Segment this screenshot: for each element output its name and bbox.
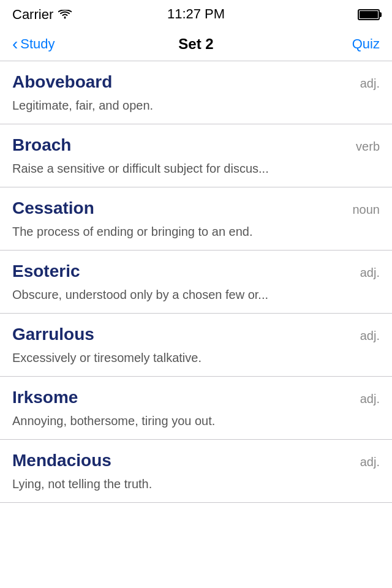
status-time: 11:27 PM: [167, 6, 225, 22]
word-part-of-speech: noun: [353, 203, 380, 217]
word-term: Aboveboard: [12, 72, 112, 92]
word-header: Cessation noun: [12, 198, 380, 218]
status-bar: Carrier 11:27 PM: [0, 0, 392, 27]
battery-indicator: [358, 9, 380, 20]
word-header: Aboveboard adj.: [12, 72, 380, 92]
word-header: Broach verb: [12, 135, 380, 155]
word-definition: Legitimate, fair, and open.: [12, 97, 380, 114]
word-header: Mendacious adj.: [12, 451, 380, 470]
word-term: Cessation: [12, 198, 94, 218]
carrier-text: Carrier: [12, 7, 72, 23]
word-part-of-speech: adj.: [360, 329, 380, 343]
word-part-of-speech: adj.: [360, 455, 380, 469]
word-header: Irksome adj.: [12, 388, 380, 407]
word-item[interactable]: Esoteric adj. Obscure, understood only b…: [0, 251, 392, 314]
word-item[interactable]: Cessation noun The process of ending or …: [0, 187, 392, 251]
word-part-of-speech: adj.: [360, 77, 380, 91]
nav-title: Set 2: [178, 36, 213, 53]
chevron-left-icon: ‹: [12, 36, 18, 53]
word-item[interactable]: Aboveboard adj. Legitimate, fair, and op…: [0, 61, 392, 124]
back-label: Study: [20, 36, 55, 52]
word-item[interactable]: Garrulous adj. Excessively or tiresomely…: [0, 314, 392, 377]
battery-icon: [358, 9, 380, 20]
word-part-of-speech: adj.: [360, 266, 380, 280]
word-term: Broach: [12, 135, 71, 155]
battery-fill: [360, 11, 378, 18]
word-definition: Annoying, bothersome, tiring you out.: [12, 412, 380, 429]
word-definition: Excessively or tiresomely talkative.: [12, 349, 380, 366]
word-item[interactable]: Irksome adj. Annoying, bothersome, tirin…: [0, 377, 392, 440]
word-term: Mendacious: [12, 451, 111, 470]
wifi-icon: [58, 10, 72, 20]
quiz-button[interactable]: Quiz: [352, 36, 380, 52]
word-part-of-speech: adj.: [360, 392, 380, 406]
word-header: Garrulous adj.: [12, 325, 380, 344]
word-item[interactable]: Broach verb Raise a sensitive or difficu…: [0, 124, 392, 187]
word-term: Irksome: [12, 388, 78, 407]
word-term: Esoteric: [12, 262, 80, 281]
back-button[interactable]: ‹ Study: [12, 36, 55, 53]
word-list: Aboveboard adj. Legitimate, fair, and op…: [0, 61, 392, 503]
word-definition: Obscure, understood only by a chosen few…: [12, 286, 380, 303]
word-header: Esoteric adj.: [12, 262, 380, 281]
word-definition: Lying, not telling the truth.: [12, 475, 380, 492]
word-item[interactable]: Mendacious adj. Lying, not telling the t…: [0, 440, 392, 503]
svg-point-0: [64, 17, 66, 19]
word-definition: The process of ending or bringing to an …: [12, 223, 380, 240]
word-definition: Raise a sensitive or difficult subject f…: [12, 160, 380, 177]
nav-bar: ‹ Study Set 2 Quiz: [0, 27, 392, 61]
word-term: Garrulous: [12, 325, 94, 344]
word-part-of-speech: verb: [356, 140, 380, 154]
